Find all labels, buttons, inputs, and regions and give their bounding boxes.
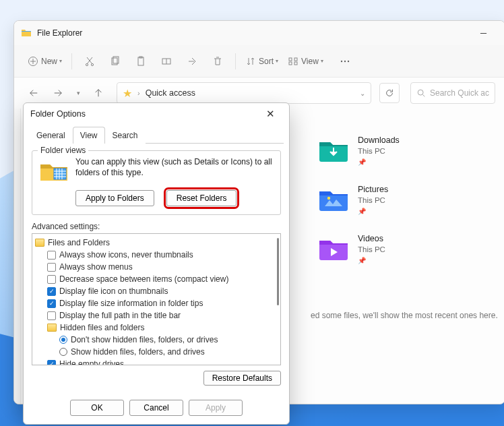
setting-radio[interactable]: Don't show hidden files, folders, or dri… <box>34 334 279 346</box>
svg-rect-9 <box>289 58 292 61</box>
sidebar[interactable] <box>14 109 21 404</box>
folder-item-pictures[interactable]: Pictures This PC 📌 <box>317 185 491 215</box>
separator <box>71 53 72 69</box>
recent-dropdown[interactable]: ▾ <box>72 83 84 103</box>
svg-point-3 <box>91 63 93 65</box>
setting-checkbox[interactable]: Display file size information in folder … <box>34 297 279 309</box>
tab-general[interactable]: General <box>29 127 73 144</box>
search-icon <box>416 88 426 98</box>
search-input[interactable]: Search Quick ac <box>410 82 495 104</box>
svg-point-17 <box>327 197 330 200</box>
chevron-right-icon: › <box>137 89 140 97</box>
apply-button[interactable]: Apply <box>189 400 243 416</box>
checkbox-icon <box>47 299 56 308</box>
svg-point-13 <box>341 60 342 61</box>
pin-icon: 📌 <box>358 208 388 215</box>
more-button[interactable] <box>333 51 357 72</box>
scrollbar[interactable] <box>277 238 279 305</box>
dialog-title: Folder Options <box>30 109 258 119</box>
reset-folders-button[interactable]: Reset Folders <box>166 190 237 206</box>
setting-checkbox[interactable]: Decrease space between items (compact vi… <box>34 273 279 285</box>
folder-views-legend: Folder views <box>38 146 88 155</box>
refresh-button[interactable] <box>379 83 400 103</box>
folder-location: This PC <box>358 245 385 253</box>
downloads-icon <box>317 135 350 162</box>
breadcrumb-item[interactable]: Quick access <box>146 88 195 98</box>
tabs: General View Search <box>29 126 284 144</box>
copy-button[interactable] <box>103 51 127 72</box>
tab-search[interactable]: Search <box>105 127 146 144</box>
new-button[interactable]: New <box>24 51 66 72</box>
advanced-settings-label: Advanced settings: <box>32 222 281 231</box>
forward-button[interactable] <box>48 83 68 103</box>
setting-checkbox[interactable]: Display file icon on thumbnails <box>34 285 279 297</box>
folder-icon <box>47 324 57 332</box>
address-bar[interactable]: ★ › Quick access ⌄ <box>117 82 371 104</box>
folder-views-description: You can apply this view (such as Details… <box>75 156 274 178</box>
folder-name: Pictures <box>358 185 388 194</box>
folder-views-group: Folder views You can apply this view (su… <box>32 150 281 215</box>
minimize-button[interactable] <box>468 21 498 45</box>
view-button[interactable]: View <box>284 51 327 72</box>
svg-rect-6 <box>138 57 144 65</box>
star-icon: ★ <box>123 87 132 100</box>
setting-checkbox[interactable]: Always show menus <box>34 261 279 273</box>
dialog-footer: OK Cancel Apply <box>24 392 289 424</box>
sort-button[interactable]: Sort <box>241 51 282 72</box>
close-button[interactable]: ✕ <box>258 105 282 123</box>
share-button[interactable] <box>180 51 204 72</box>
svg-point-15 <box>348 60 349 61</box>
new-button-label: New <box>41 57 57 66</box>
pin-icon: 📌 <box>358 257 385 264</box>
cut-button[interactable] <box>77 51 102 72</box>
folder-options-dialog: Folder Options ✕ General View Search Fol… <box>23 102 290 425</box>
paste-button[interactable] <box>129 51 153 72</box>
checkbox-icon <box>47 275 56 284</box>
videos-icon <box>317 234 350 261</box>
advanced-settings-list[interactable]: Files and Folders Always show icons, nev… <box>32 233 281 365</box>
apply-to-folders-button[interactable]: Apply to Folders <box>75 190 154 206</box>
dialog-titlebar[interactable]: Folder Options ✕ <box>24 103 289 125</box>
tab-view[interactable]: View <box>73 127 105 144</box>
folder-item-videos[interactable]: Videos This PC 📌 <box>317 234 491 264</box>
back-button[interactable] <box>24 83 44 103</box>
folder-location: This PC <box>358 196 388 204</box>
folder-icon <box>21 28 32 38</box>
view-button-label: View <box>301 57 319 66</box>
folder-item-downloads[interactable]: Downloads This PC 📌 <box>317 135 491 166</box>
checkbox-icon <box>47 360 56 366</box>
tree-folder[interactable]: Hidden files and folders <box>34 322 279 334</box>
folder-name: Downloads <box>358 135 400 145</box>
tree-folder[interactable]: Files and Folders <box>34 237 279 249</box>
search-placeholder: Search Quick ac <box>430 88 489 98</box>
checkbox-icon <box>47 311 56 320</box>
titlebar[interactable]: File Explorer <box>14 21 504 45</box>
restore-defaults-button[interactable]: Restore Defaults <box>203 371 281 386</box>
address-dropdown[interactable]: ⌄ <box>360 90 365 97</box>
svg-point-14 <box>344 60 346 61</box>
command-bar: New Sort View <box>14 45 504 78</box>
window-title: File Explorer <box>37 28 468 38</box>
separator <box>235 53 236 69</box>
folder-name: Videos <box>358 234 385 243</box>
sort-button-label: Sort <box>259 57 274 66</box>
rename-button[interactable] <box>154 51 179 72</box>
setting-radio[interactable]: Show hidden files, folders, and drives <box>34 346 279 358</box>
setting-checkbox[interactable]: Always show icons, never thumbnails <box>34 249 279 261</box>
checkbox-icon <box>47 251 56 260</box>
radio-icon <box>59 336 67 344</box>
cancel-button[interactable]: Cancel <box>129 400 183 416</box>
svg-rect-11 <box>289 62 292 65</box>
setting-checkbox[interactable]: Hide empty drives <box>34 358 279 365</box>
recent-hint: ed some files, we'll show the most recen… <box>311 311 498 320</box>
delete-button[interactable] <box>206 51 230 72</box>
radio-icon <box>59 348 67 356</box>
ok-button[interactable]: OK <box>70 400 124 416</box>
pin-icon: 📌 <box>358 158 400 166</box>
setting-checkbox[interactable]: Display the full path in the title bar <box>34 309 279 322</box>
folder-icon <box>35 239 44 247</box>
up-button[interactable] <box>88 83 108 103</box>
folder-location: This PC <box>358 147 400 155</box>
checkbox-icon <box>47 287 56 296</box>
svg-rect-10 <box>294 58 297 61</box>
